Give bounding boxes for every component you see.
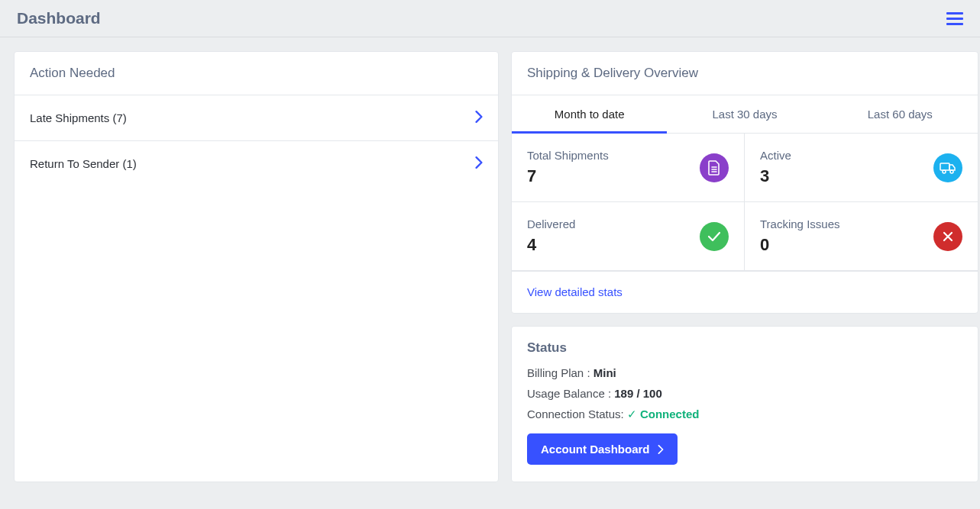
action-needed-title: Action Needed bbox=[15, 52, 498, 95]
overview-card: Shipping & Delivery Overview Month to da… bbox=[511, 51, 978, 314]
action-row-late-shipments[interactable]: Late Shipments (7) bbox=[15, 95, 498, 141]
right-column: Shipping & Delivery Overview Month to da… bbox=[511, 51, 978, 482]
billing-value: Mini bbox=[593, 366, 616, 379]
page-title: Dashboard bbox=[17, 9, 101, 27]
details-link-row: View detailed stats bbox=[512, 271, 978, 313]
connection-status: Connection Status: ✓Connected bbox=[527, 408, 962, 421]
chevron-right-icon bbox=[475, 156, 483, 171]
action-needed-card: Action Needed Late Shipments (7) Return … bbox=[14, 51, 499, 482]
connection-value: Connected bbox=[640, 408, 700, 420]
svg-point-1 bbox=[943, 170, 946, 173]
svg-rect-0 bbox=[940, 163, 949, 170]
stat-label: Tracking Issues bbox=[760, 217, 839, 230]
svg-point-2 bbox=[950, 170, 953, 173]
content: Action Needed Late Shipments (7) Return … bbox=[0, 37, 980, 496]
menu-icon[interactable] bbox=[946, 12, 963, 25]
billing-label: Billing Plan : bbox=[527, 366, 593, 379]
stat-tracking-issues: Tracking Issues 0 bbox=[745, 202, 978, 271]
tab-last-60-days[interactable]: Last 60 days bbox=[823, 95, 978, 133]
stat-label: Delivered bbox=[527, 217, 575, 230]
truck-icon bbox=[933, 153, 962, 182]
usage-label: Usage Balance : bbox=[527, 387, 614, 400]
stat-value: 7 bbox=[527, 166, 609, 186]
check-icon bbox=[700, 222, 729, 251]
stat-value: 0 bbox=[760, 235, 839, 255]
connection-label: Connection Status: bbox=[527, 408, 627, 420]
action-row-label: Return To Sender (1) bbox=[30, 157, 137, 170]
close-icon bbox=[933, 222, 962, 251]
topbar: Dashboard bbox=[0, 0, 980, 37]
action-row-label: Late Shipments (7) bbox=[30, 111, 127, 124]
tab-last-30-days[interactable]: Last 30 days bbox=[667, 95, 822, 133]
document-icon bbox=[700, 153, 729, 182]
overview-title: Shipping & Delivery Overview bbox=[512, 52, 978, 95]
stat-active: Active 3 bbox=[745, 134, 978, 202]
stat-value: 4 bbox=[527, 235, 575, 255]
check-mini-icon: ✓ bbox=[627, 408, 637, 420]
stat-delivered: Delivered 4 bbox=[512, 202, 745, 271]
account-dashboard-button[interactable]: Account Dashboard bbox=[527, 433, 678, 465]
overview-stats: Total Shipments 7 Active 3 bbox=[512, 134, 978, 271]
stat-label: Total Shipments bbox=[527, 149, 609, 162]
stat-total-shipments: Total Shipments 7 bbox=[512, 134, 745, 202]
usage-balance: Usage Balance : 189 / 100 bbox=[527, 387, 962, 400]
status-card: Status Billing Plan : Mini Usage Balance… bbox=[511, 326, 978, 482]
tab-month-to-date[interactable]: Month to date bbox=[512, 95, 667, 133]
billing-plan: Billing Plan : Mini bbox=[527, 366, 962, 379]
status-title: Status bbox=[527, 340, 962, 356]
stat-value: 3 bbox=[760, 166, 791, 186]
action-row-return-to-sender[interactable]: Return To Sender (1) bbox=[15, 141, 498, 186]
view-detailed-stats-link[interactable]: View detailed stats bbox=[527, 285, 623, 298]
stat-label: Active bbox=[760, 149, 791, 162]
chevron-right-icon bbox=[475, 111, 483, 125]
overview-tabs: Month to date Last 30 days Last 60 days bbox=[512, 95, 978, 134]
button-label: Account Dashboard bbox=[541, 443, 650, 456]
usage-value: 189 / 100 bbox=[614, 387, 662, 400]
